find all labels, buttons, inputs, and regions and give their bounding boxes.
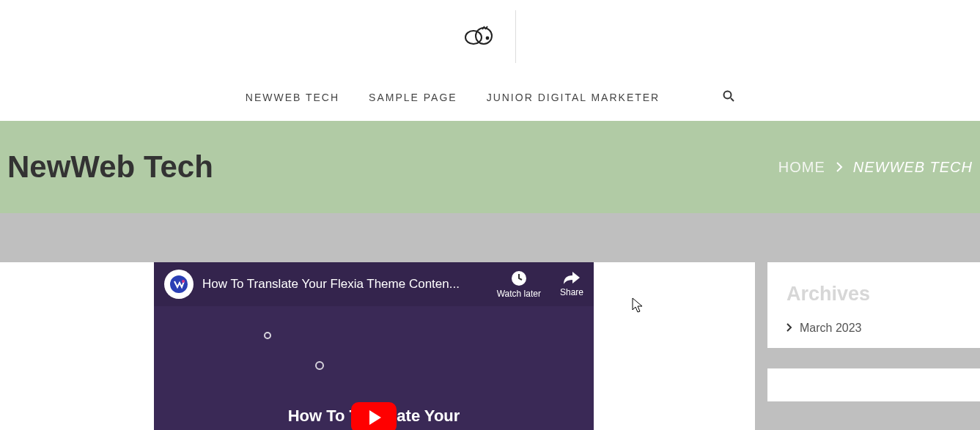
svg-point-1 [476, 28, 492, 44]
page-title-strip: NewWeb Tech HOME NEWWEB TECH [0, 121, 980, 213]
sidebar-archive-link[interactable]: March 2023 [786, 322, 961, 335]
nav-item-junior-digital-marketer[interactable]: JUNIOR DIGITAL MARKETER [487, 92, 660, 103]
search-icon[interactable] [723, 90, 734, 105]
breadcrumb: HOME NEWWEB TECH [778, 159, 973, 176]
header-divider [515, 10, 516, 63]
svg-point-6 [182, 280, 185, 283]
content-card: How To Translate Your Flexia Theme Conte… [0, 262, 755, 430]
main-column: How To Translate Your Flexia Theme Conte… [0, 262, 755, 430]
decorative-circle [264, 332, 271, 339]
video-body: How To Translate Your [154, 306, 594, 430]
site-logo-icon[interactable] [464, 25, 493, 48]
video-embed[interactable]: How To Translate Your Flexia Theme Conte… [154, 262, 594, 430]
svg-point-2 [487, 37, 489, 40]
decorative-circle [315, 361, 324, 370]
breadcrumb-home[interactable]: HOME [778, 159, 825, 176]
video-watch-later-button[interactable]: Watch later [497, 270, 541, 299]
breadcrumb-current: NEWWEB TECH [853, 159, 973, 176]
page-title: NewWeb Tech [7, 149, 213, 185]
svg-point-3 [724, 91, 732, 98]
video-channel-avatar[interactable] [164, 270, 194, 299]
video-share-label: Share [560, 287, 583, 297]
nav-item-sample-page[interactable]: SAMPLE PAGE [369, 92, 457, 103]
main-nav: NEWWEB TECH SAMPLE PAGE JUNIOR DIGITAL M… [0, 73, 980, 121]
sidebar-card [767, 368, 980, 401]
sidebar-archive-label: March 2023 [800, 322, 862, 335]
header-logo-bar [0, 0, 980, 73]
nav-item-newweb-tech[interactable]: NEWWEB TECH [246, 92, 339, 103]
video-play-button[interactable] [351, 402, 397, 430]
video-share-button[interactable]: Share [560, 270, 583, 299]
video-watch-later-label: Watch later [497, 289, 541, 299]
video-header: How To Translate Your Flexia Theme Conte… [154, 262, 594, 306]
page-body: How To Translate Your Flexia Theme Conte… [0, 213, 980, 430]
sidebar: Archives March 2023 [767, 262, 980, 430]
chevron-right-icon [836, 159, 843, 176]
video-title[interactable]: How To Translate Your Flexia Theme Conte… [202, 277, 488, 292]
chevron-right-icon [786, 322, 792, 334]
sidebar-archives-card: Archives March 2023 [767, 262, 980, 348]
svg-line-4 [731, 98, 734, 101]
sidebar-archives-title: Archives [786, 283, 961, 305]
